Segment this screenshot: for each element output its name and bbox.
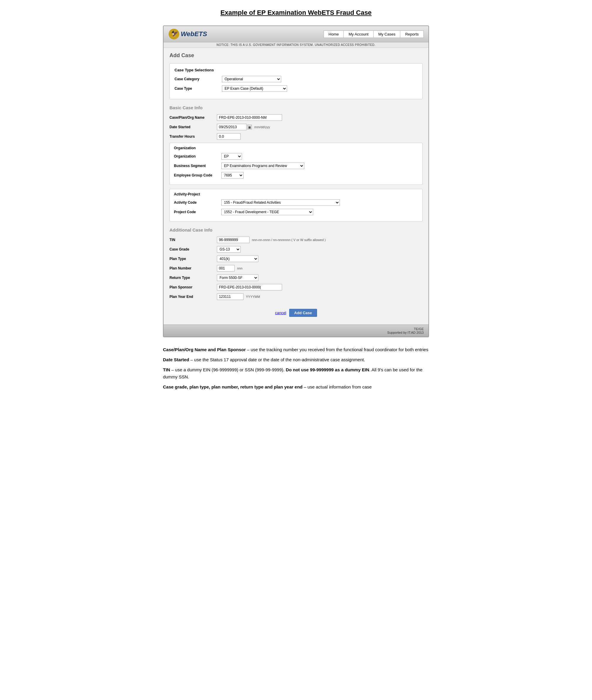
project-code-select[interactable]: 1552 - Fraud Development - TEGE (221, 209, 313, 215)
logo-text: WebETS (181, 30, 207, 38)
case-type-label: Case Type (175, 87, 222, 91)
footer-line1: TE/GE (387, 327, 424, 331)
desc-para-1: Case/Plan/Org Name and Plan Sponsor – us… (163, 346, 429, 353)
business-segment-row: Business Segment EP Examinations Program… (174, 163, 418, 169)
case-plan-org-name-row: Case/Plan/Org Name (169, 114, 423, 121)
project-code-row: Project Code 1552 - Fraud Development - … (174, 209, 418, 215)
plan-type-label: Plan Type (169, 257, 217, 261)
organization-label: Organization (174, 154, 221, 158)
case-type-row: Case Type EP Exam Case (Default) (175, 85, 417, 92)
return-type-row: Return Type Form 5500-SF (169, 274, 423, 281)
date-started-row: Date Started ▦ mm/dd/yyy (169, 124, 423, 130)
employee-group-code-select[interactable]: 7695 (221, 172, 244, 178)
date-started-input[interactable] (217, 124, 247, 130)
plan-year-end-label: Plan Year End (169, 294, 217, 299)
page-title: Example of EP Examination WebETS Fraud C… (163, 9, 429, 16)
add-case-button[interactable]: Add Case (289, 309, 317, 317)
plan-sponsor-row: Plan Sponsor (169, 284, 423, 290)
plan-sponsor-label: Plan Sponsor (169, 285, 217, 289)
notice-bar: NOTICE: THIS IS A U.S. GOVERNMENT INFORM… (163, 42, 429, 48)
app-footer: TE/GE Supported by IT:AD 2013 (163, 325, 429, 337)
organization-panel: Organization Organization EP Business Se… (169, 143, 423, 185)
employee-group-code-label: Employee Group Code (174, 173, 221, 177)
app-logo: 🦅 WebETS (168, 29, 207, 40)
nav-my-cases[interactable]: My Cases (374, 31, 401, 38)
plan-year-end-row: Plan Year End YYYYMM (169, 293, 423, 300)
desc-bold-4: Case grade, plan type, plan number, retu… (163, 384, 302, 389)
case-category-row: Case Category Operational (175, 76, 417, 82)
plan-year-end-input[interactable] (217, 293, 244, 300)
business-segment-select[interactable]: EP Examinations Programs and Review (221, 163, 304, 169)
return-type-select[interactable]: Form 5500-SF (217, 274, 258, 281)
plan-number-input[interactable] (217, 265, 235, 272)
desc-bold-3: TIN (163, 367, 170, 372)
date-hint: mm/dd/yyy (254, 125, 270, 129)
nav-home[interactable]: Home (324, 31, 344, 38)
transfer-hours-row: Transfer Hours (169, 133, 423, 140)
desc-para-4: Case grade, plan type, plan number, retu… (163, 383, 429, 390)
desc-para-2: Date Started – use the Status 17 approva… (163, 356, 429, 363)
employee-group-code-row: Employee Group Code 7695 (174, 172, 418, 178)
eagle-icon: 🦅 (168, 29, 180, 40)
description-section: Case/Plan/Org Name and Plan Sponsor – us… (163, 346, 429, 390)
plan-sponsor-input[interactable] (217, 284, 282, 290)
app-window: 🦅 WebETS Home My Account My Cases Report… (163, 25, 429, 337)
calendar-icon[interactable]: ▦ (247, 125, 252, 129)
plan-type-select[interactable]: 401(k) (217, 256, 258, 262)
plan-number-label: Plan Number (169, 266, 217, 270)
plan-year-end-hint: YYYYMM (246, 295, 260, 299)
business-segment-label: Business Segment (174, 164, 221, 168)
desc-text-1: – use the tracking number you received f… (246, 347, 428, 352)
activity-project-panel: Activity-Project Activity Code 155 - Fra… (169, 189, 423, 221)
desc-bold-1: Case/Plan/Org Name and Plan Sponsor (163, 347, 246, 352)
add-case-title: Add Case (169, 52, 423, 59)
case-grade-select[interactable]: GS-13 (217, 246, 241, 253)
nav-reports[interactable]: Reports (400, 31, 424, 38)
plan-type-row: Plan Type 401(k) (169, 256, 423, 262)
cancel-button[interactable]: cancel (275, 311, 286, 315)
desc-bold-3b: Do not use 99-9999999 as a dummy EIN (286, 367, 369, 372)
nav-my-account[interactable]: My Account (344, 31, 373, 38)
desc-para-3: TIN – use a dummy EIN (96-9999999) or SS… (163, 366, 429, 380)
case-type-panel-title: Case Type Selections (175, 68, 417, 72)
transfer-hours-label: Transfer Hours (169, 134, 217, 139)
tin-input[interactable] (217, 236, 249, 243)
activity-project-panel-title: Activity-Project (174, 192, 418, 196)
desc-text-2: – use the Status 17 approval date or the… (189, 357, 365, 362)
case-plan-org-name-input[interactable] (217, 114, 282, 121)
tin-label: TIN (169, 238, 217, 242)
activity-code-select[interactable]: 155 - Fraud/Fraud Related Activities (221, 199, 340, 206)
case-category-label: Case Category (175, 77, 222, 81)
app-header: 🦅 WebETS Home My Account My Cases Report… (163, 26, 429, 42)
return-type-label: Return Type (169, 276, 217, 280)
organization-panel-title: Organization (174, 146, 418, 150)
case-type-selections-panel: Case Type Selections Case Category Opera… (169, 63, 423, 99)
organization-select[interactable]: EP (221, 153, 242, 160)
plan-number-hint: nnn (237, 267, 242, 270)
form-buttons: cancel Add Case (169, 306, 423, 320)
project-code-label: Project Code (174, 210, 221, 214)
tin-hint: nnn-nn-nnnn / nn-nnnnnnn ( V or W suffix… (252, 238, 326, 241)
date-started-label: Date Started (169, 125, 217, 129)
activity-code-row: Activity Code 155 - Fraud/Fraud Related … (174, 199, 418, 206)
footer-text: TE/GE Supported by IT:AD 2013 (387, 327, 424, 334)
plan-number-row: Plan Number nnn (169, 265, 423, 272)
case-type-select[interactable]: EP Exam Case (Default) (222, 85, 287, 92)
desc-bold-2: Date Started (163, 357, 189, 362)
organization-row: Organization EP (174, 153, 418, 160)
additional-case-info-header: Additional Case Info (169, 227, 423, 232)
case-category-select[interactable]: Operational (222, 76, 281, 82)
desc-text-3: – use a dummy EIN (96-9999999) or SSN (9… (170, 367, 286, 372)
activity-code-label: Activity Code (174, 201, 221, 205)
tin-row: TIN nnn-nn-nnnn / nn-nnnnnnn ( V or W su… (169, 236, 423, 243)
case-grade-row: Case Grade GS-13 (169, 246, 423, 253)
case-plan-org-label: Case/Plan/Org Name (169, 115, 217, 120)
transfer-hours-input[interactable] (217, 133, 241, 140)
footer-line2: Supported by IT:AD 2013 (387, 331, 424, 334)
basic-case-info-header: Basic Case Info (169, 105, 423, 110)
main-nav: Home My Account My Cases Reports (324, 31, 424, 38)
desc-text-4: – use actual information from case (302, 384, 372, 389)
case-grade-label: Case Grade (169, 247, 217, 252)
app-content: Add Case Case Type Selections Case Categ… (163, 48, 429, 325)
